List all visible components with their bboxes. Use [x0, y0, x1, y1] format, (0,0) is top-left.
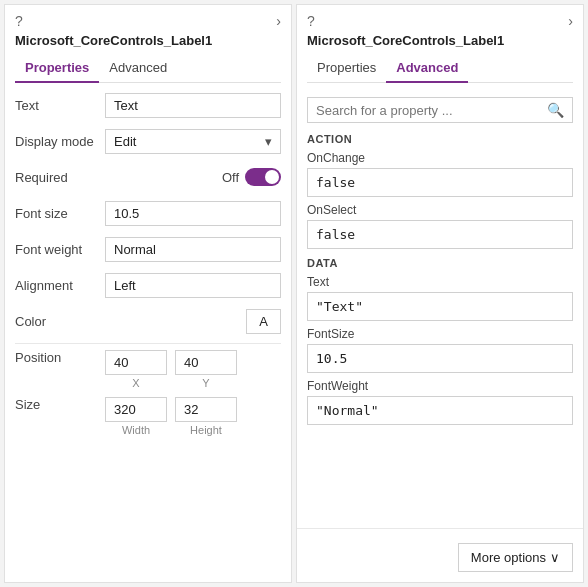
display-mode-label: Display mode	[15, 134, 105, 149]
tab-properties-right[interactable]: Properties	[307, 54, 386, 83]
size-width-input[interactable]	[105, 397, 167, 422]
right-panel-footer: More options ∨	[297, 528, 583, 582]
font-weight-row: Font weight	[15, 235, 281, 263]
tab-properties-left[interactable]: Properties	[15, 54, 99, 83]
position-y-field: Y	[175, 350, 237, 389]
toggle-slider	[245, 168, 281, 186]
search-input[interactable]	[316, 103, 547, 118]
fontweight-prop-label: FontWeight	[307, 379, 573, 393]
size-height-field: Height	[175, 397, 237, 436]
display-mode-select-wrapper: Edit View Disabled ▾	[105, 129, 281, 154]
fontsize-prop-value[interactable]: 10.5	[307, 344, 573, 373]
right-panel: ? › Microsoft_CoreControls_Label1 Proper…	[296, 4, 584, 583]
position-x-label: X	[132, 377, 139, 389]
display-mode-select[interactable]: Edit View Disabled	[106, 130, 280, 153]
onchange-label: OnChange	[307, 151, 573, 165]
fontweight-prop-value[interactable]: "Normal"	[307, 396, 573, 425]
display-mode-row: Display mode Edit View Disabled ▾	[15, 127, 281, 155]
divider-1	[15, 343, 281, 344]
size-width-field: Width	[105, 397, 167, 436]
help-icon-right[interactable]: ?	[307, 13, 315, 29]
font-size-label: Font size	[15, 206, 105, 221]
color-wrapper: A	[105, 309, 281, 334]
text-prop-value[interactable]: "Text"	[307, 292, 573, 321]
size-height-input[interactable]	[175, 397, 237, 422]
right-panel-title: Microsoft_CoreControls_Label1	[307, 33, 573, 48]
tab-advanced-left[interactable]: Advanced	[99, 54, 177, 83]
left-tabs: Properties Advanced	[15, 54, 281, 83]
size-row: Size Width Height	[15, 397, 281, 436]
font-size-input[interactable]	[105, 201, 281, 226]
fontsize-prop-label: FontSize	[307, 327, 573, 341]
right-tabs: Properties Advanced	[307, 54, 573, 83]
font-weight-label: Font weight	[15, 242, 105, 257]
position-wrapper: X Y	[105, 350, 281, 389]
required-toggle-wrapper: Off	[105, 168, 281, 186]
chevron-right-icon-right[interactable]: ›	[568, 13, 573, 29]
alignment-label: Alignment	[15, 278, 105, 293]
required-row: Required Off	[15, 163, 281, 191]
left-panel-header: ? › Microsoft_CoreControls_Label1 Proper…	[5, 5, 291, 83]
right-panel-header: ? › Microsoft_CoreControls_Label1 Proper…	[297, 5, 583, 83]
text-value-wrapper	[105, 93, 281, 118]
text-prop-label: Text	[307, 275, 573, 289]
section-action-label: ACTION	[307, 133, 573, 145]
position-x-field: X	[105, 350, 167, 389]
right-panel-body: 🔍 ACTION OnChange false OnSelect false D…	[297, 83, 583, 528]
left-panel-body: Text Display mode Edit View Disabled ▾	[5, 83, 291, 582]
toggle-row: Off	[105, 168, 281, 186]
color-button[interactable]: A	[246, 309, 281, 334]
alignment-wrapper	[105, 273, 281, 298]
onchange-value[interactable]: false	[307, 168, 573, 197]
more-options-button[interactable]: More options ∨	[458, 543, 573, 572]
color-row: Color A	[15, 307, 281, 335]
section-data-label: DATA	[307, 257, 573, 269]
required-label: Required	[15, 170, 105, 185]
position-y-input[interactable]	[175, 350, 237, 375]
font-size-row: Font size	[15, 199, 281, 227]
color-label: Color	[15, 314, 105, 329]
toggle-off-label: Off	[222, 170, 239, 185]
search-icon: 🔍	[547, 102, 564, 118]
display-mode-wrapper: Edit View Disabled ▾	[105, 129, 281, 154]
size-wrapper: Width Height	[105, 397, 281, 436]
position-label: Position	[15, 350, 105, 365]
position-inputs: X Y	[105, 350, 281, 389]
text-input[interactable]	[105, 93, 281, 118]
search-bar: 🔍	[307, 97, 573, 123]
size-inputs: Width Height	[105, 397, 281, 436]
tab-advanced-right[interactable]: Advanced	[386, 54, 468, 83]
font-weight-input[interactable]	[105, 237, 281, 262]
size-height-label: Height	[190, 424, 222, 436]
position-y-label: Y	[202, 377, 209, 389]
text-field-row: Text	[15, 91, 281, 119]
size-label: Size	[15, 397, 105, 412]
size-width-label: Width	[122, 424, 150, 436]
help-icon-left[interactable]: ?	[15, 13, 23, 29]
left-panel-title: Microsoft_CoreControls_Label1	[15, 33, 281, 48]
position-x-input[interactable]	[105, 350, 167, 375]
position-row: Position X Y	[15, 350, 281, 389]
more-options-label: More options	[471, 550, 546, 565]
onselect-value[interactable]: false	[307, 220, 573, 249]
text-label: Text	[15, 98, 105, 113]
onselect-label: OnSelect	[307, 203, 573, 217]
chevron-right-icon-left[interactable]: ›	[276, 13, 281, 29]
alignment-row: Alignment	[15, 271, 281, 299]
left-panel: ? › Microsoft_CoreControls_Label1 Proper…	[4, 4, 292, 583]
chevron-down-icon: ∨	[550, 550, 560, 565]
required-toggle[interactable]	[245, 168, 281, 186]
alignment-input[interactable]	[105, 273, 281, 298]
font-size-wrapper	[105, 201, 281, 226]
font-weight-wrapper	[105, 237, 281, 262]
